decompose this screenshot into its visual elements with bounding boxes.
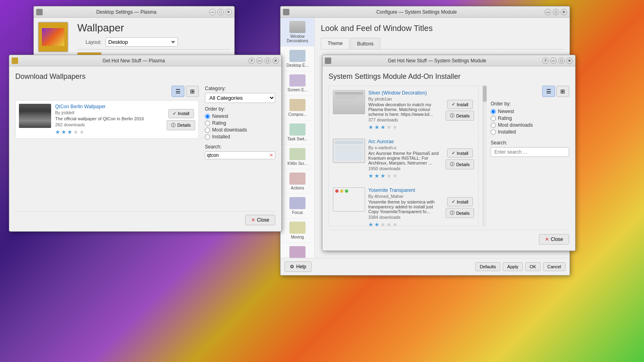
sys-search-input[interactable] bbox=[491, 147, 569, 157]
a-star-3: ★ bbox=[380, 173, 386, 179]
arc-thumbnail bbox=[333, 139, 365, 163]
ghns-item-actions: ✓ Install ⓘ Details bbox=[167, 104, 195, 135]
order-installed-radio[interactable] bbox=[205, 134, 210, 140]
yosemite-downloads: 3384 downloads bbox=[368, 215, 442, 220]
maximize-button[interactable]: □ bbox=[217, 9, 224, 15]
arc-install-btn[interactable]: ✓ Install bbox=[447, 148, 473, 158]
ghns-item-downloads: 282 downloads bbox=[55, 122, 163, 127]
sys-downloads-radio[interactable] bbox=[491, 123, 496, 128]
sidebar-item-label-kwin: KWin Scr... bbox=[287, 161, 307, 166]
ghns-plasma-close-btn[interactable]: ✕ bbox=[272, 58, 279, 64]
ghns-plasma-title: Get Hot New Stuff — Plasma bbox=[20, 58, 248, 64]
ghns-system-help-btn[interactable]: ? bbox=[542, 58, 549, 64]
ghns-system-close-btn[interactable]: ✕ bbox=[566, 58, 573, 64]
close-button[interactable]: ✕ bbox=[225, 9, 232, 15]
sidebar-item-compos[interactable]: Compos... bbox=[281, 96, 314, 120]
ghns-item-info: QtCon Berlin Wallpaper By jriddell The o… bbox=[55, 104, 163, 135]
a-star-2: ★ bbox=[374, 173, 380, 179]
cancel-button[interactable]: Cancel bbox=[543, 262, 566, 271]
details-button[interactable]: ⓘ Details bbox=[167, 120, 195, 130]
ghns-plasma-icon bbox=[12, 58, 18, 64]
silver-details-btn[interactable]: ⓘ Details bbox=[446, 111, 474, 121]
search-input[interactable] bbox=[207, 152, 269, 158]
arc-stars: ★ ★ ★ ★ ★ bbox=[368, 173, 442, 179]
arc-info: Arc Aurorae By x-varlesh-x Arc Aurorae t… bbox=[368, 139, 442, 179]
sidebar-item-screen-e[interactable]: Screen E... bbox=[281, 71, 314, 96]
help-button[interactable]: ⚙ Help bbox=[285, 261, 312, 272]
ghns-plasma-footer: ✕ Close bbox=[15, 211, 275, 225]
configure-title: Configure — System Settings Module bbox=[289, 9, 544, 15]
sidebar-item-task[interactable]: Task Swit... bbox=[281, 120, 314, 145]
sys-grid-view-btn[interactable]: ⊞ bbox=[556, 86, 569, 97]
ghns-system-max-btn[interactable]: □ bbox=[558, 58, 565, 64]
sys-rating-radio[interactable] bbox=[491, 116, 496, 121]
sidebar-item-kwin[interactable]: KWin Scr... bbox=[281, 145, 314, 169]
category-select[interactable]: All Categories bbox=[205, 93, 275, 103]
ghns-system-item-list: Silver (Window Decoration) By phob1an Wi… bbox=[328, 86, 479, 226]
order-downloads-radio[interactable] bbox=[205, 128, 210, 133]
sidebar-item-desktop-e[interactable]: Desktop E... bbox=[281, 47, 314, 71]
category-section: Category: All Categories bbox=[205, 86, 275, 103]
silver-stars: ★ ★ ★ ★ ★ bbox=[368, 124, 442, 130]
tab-theme[interactable]: Theme bbox=[321, 38, 349, 49]
sys-list-view-btn[interactable]: ☰ bbox=[542, 86, 555, 97]
silver-title[interactable]: Silver (Window Decoration) bbox=[368, 90, 442, 96]
arc-author: By x-varlesh-x bbox=[368, 145, 442, 150]
configure-close-btn[interactable]: ✕ bbox=[561, 9, 567, 15]
sidebar-item-moving[interactable]: Moving bbox=[281, 218, 314, 243]
yosemite-details-btn[interactable]: ⓘ Details bbox=[446, 208, 474, 218]
apply-button[interactable]: Apply bbox=[503, 262, 523, 271]
sys-installed-radio[interactable] bbox=[491, 130, 496, 135]
search-clear-icon[interactable]: ✕ bbox=[269, 152, 273, 158]
sidebar-item-focus[interactable]: Focus bbox=[281, 194, 314, 218]
order-rating-radio[interactable] bbox=[205, 121, 210, 126]
order-newest-radio[interactable] bbox=[205, 114, 210, 119]
sys-installed-label: Installed bbox=[498, 129, 516, 135]
list-view-btn[interactable]: ☰ bbox=[171, 86, 184, 97]
order-label: Order by: bbox=[205, 106, 275, 112]
order-newest-row: Newest bbox=[205, 113, 275, 119]
ghns-plasma-controls: ? — □ ✕ bbox=[248, 58, 279, 64]
desktop-settings-title: Desktop Settings — Plasma bbox=[44, 9, 208, 15]
silver-details-icon: ⓘ bbox=[450, 113, 454, 119]
s-star-3: ★ bbox=[380, 124, 386, 130]
arc-title[interactable]: Arc Aurorae bbox=[368, 139, 442, 144]
arc-details-btn[interactable]: ⓘ Details bbox=[446, 159, 474, 169]
system-item-arc: Arc Aurorae By x-varlesh-x Arc Aurorae t… bbox=[329, 135, 478, 183]
ghns-plasma-help-btn[interactable]: ? bbox=[248, 58, 255, 64]
yosemite-title[interactable]: Yosemite Transparent bbox=[368, 187, 442, 193]
sidebar-item-window-decorations[interactable]: Window Decorations bbox=[281, 18, 314, 47]
ok-button[interactable]: OK bbox=[525, 262, 541, 271]
sidebar-item-actions[interactable]: Actions bbox=[281, 169, 314, 194]
configure-icon bbox=[283, 9, 289, 15]
yosemite-install-btn[interactable]: ✓ Install bbox=[447, 197, 473, 206]
ghns-item-title[interactable]: QtCon Berlin Wallpaper bbox=[55, 104, 163, 109]
layout-select[interactable]: Desktop bbox=[105, 37, 178, 47]
ghns-system-min-btn[interactable]: — bbox=[550, 58, 557, 64]
yos-dot-yellow bbox=[340, 189, 343, 193]
sys-newest-radio[interactable] bbox=[491, 109, 496, 114]
configure-max-btn[interactable]: □ bbox=[553, 9, 559, 15]
yos-dot-red bbox=[335, 189, 339, 193]
ghns-system-close-button[interactable]: ✕ Close bbox=[539, 234, 569, 245]
sys-order-rating: Rating bbox=[491, 115, 569, 121]
tab-buttons[interactable]: Buttons bbox=[350, 38, 380, 49]
grid-view-btn[interactable]: ⊞ bbox=[186, 86, 199, 97]
s-star-1: ★ bbox=[368, 124, 374, 130]
system-list-scrollbar[interactable] bbox=[483, 86, 487, 226]
silver-author: By phob1an bbox=[368, 97, 442, 101]
ghns-plasma-min-btn[interactable]: — bbox=[256, 58, 263, 64]
yosemite-desc: Yosemite theme by sistemica with transpa… bbox=[368, 200, 442, 214]
defaults-button[interactable]: Defaults bbox=[475, 262, 500, 271]
configure-main-title: Look and Feel of Window Titles bbox=[321, 24, 564, 33]
silver-install-btn[interactable]: ✓ Install bbox=[447, 100, 473, 109]
ghns-plasma-max-btn[interactable]: □ bbox=[264, 58, 271, 64]
configure-min-btn[interactable]: — bbox=[545, 9, 551, 15]
ghns-plasma-close-button[interactable]: ✕ Close bbox=[245, 215, 275, 225]
install-button[interactable]: ✓ Install bbox=[168, 109, 194, 118]
minimize-button[interactable]: — bbox=[209, 9, 216, 15]
yosemite-stars: ★ ★ ★ ★ ★ bbox=[368, 221, 442, 226]
layout-label: Layout: bbox=[77, 39, 101, 45]
sidebar-item-label-task: Task Swit... bbox=[287, 137, 308, 141]
silver-downloads: 377 downloads bbox=[368, 117, 442, 122]
